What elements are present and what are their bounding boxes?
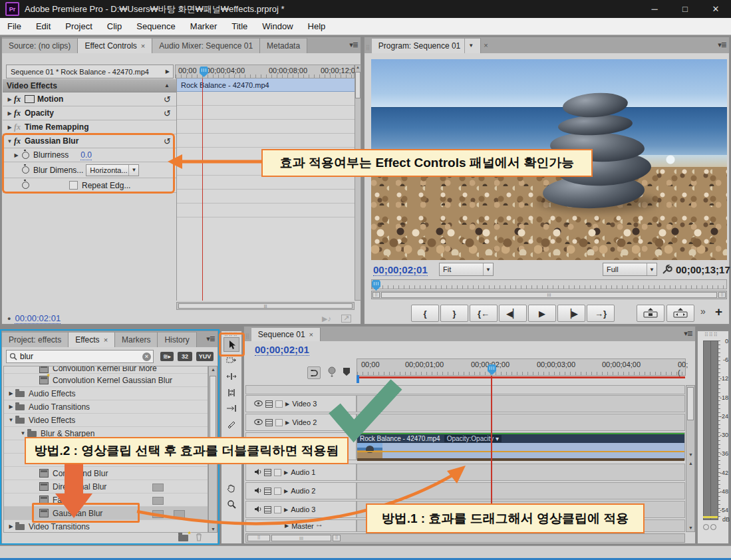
snap-toggle-icon[interactable] [307,366,321,379]
disclosure-triangle-icon[interactable]: ▶ [5,96,14,102]
effect-row[interactable]: ▶ fx Time Remapping [3,120,176,134]
disclosure-triangle-icon[interactable]: ▼ [7,417,15,423]
clip-effect-badge[interactable]: Opacity:Opacity ▾ [444,435,502,442]
ec-vertical-scrollbar[interactable]: ▲ [355,65,361,301]
expand-track-icon[interactable]: ▶ [284,470,288,476]
transport-button[interactable]: {← [470,305,498,322]
quality-dropdown[interactable]: Full ▼ [603,263,657,276]
set-display-style-icon[interactable] [264,488,271,495]
accelerated-effects-filter-icon[interactable]: ≋▸ [160,352,174,361]
video-track-content[interactable] [357,414,685,431]
sequence-tab[interactable]: Sequence 01 × [251,327,321,341]
expand-track-icon[interactable]: ▶ [284,507,288,513]
speaker-icon[interactable] [254,505,261,514]
title-bar[interactable]: Pr Adobe Premiere Pro - D:₩Users₩바탕 화면₩패… [0,0,731,18]
panel-tab[interactable]: Markers [115,332,158,347]
fx-badge-icon[interactable]: fx [14,136,25,146]
set-display-style-icon[interactable] [265,400,273,408]
export-frame-icon[interactable]: ↗ [341,315,351,323]
panel-tab[interactable]: Audio Mixer: Sequence 01 [152,38,260,53]
unnumbered-marker-icon[interactable] [343,368,350,376]
ec-clip-title[interactable]: Sequence 01 * Rock Balance - 42470.mp4 ▶ [6,65,174,78]
effect-tree-row[interactable]: ▶ Audio Effects [4,387,208,400]
opacity-rubber-band[interactable] [357,451,684,452]
menu-item[interactable]: Sequence [129,21,183,31]
track-lock-toggle[interactable] [275,400,283,408]
expand-track-icon[interactable]: ▶ [285,523,289,529]
timeline-ruler[interactable]: 00;00 00;00;01;00 00;00;02;00 00;00;03;0… [357,358,686,376]
search-value[interactable]: blur [20,352,142,361]
show-keyframes-icon[interactable]: ▶ [162,69,173,74]
more-buttons-icon[interactable]: » [700,306,706,317]
menu-item[interactable]: Marker [183,21,224,31]
disclosure-triangle-icon[interactable]: ▶ [7,390,15,396]
program-current-timecode[interactable]: 00;00;02;01 [373,264,428,276]
minimize-button[interactable]: ─ [639,0,670,18]
clear-search-icon[interactable]: × [142,352,151,361]
expand-track-icon[interactable]: ▶ [285,420,289,426]
ec-time-ruler[interactable]: 00;00 00;00;04;00 00;00;08;00 00;00;12;0 [175,65,355,78]
set-display-style-icon[interactable] [264,506,271,513]
collapse-section-icon[interactable]: ▲ [164,82,170,88]
timeline-current-timecode[interactable]: 00;00;02;01 [255,344,309,356]
menu-item[interactable]: Help [301,21,333,31]
menu-item[interactable]: Project [58,21,99,31]
set-display-style-icon[interactable] [264,469,271,476]
play-audio-icon[interactable]: ▶♪ [322,315,331,323]
chevron-down-icon[interactable]: ▼ [464,39,474,53]
timeline-vertical-scrollbar[interactable]: ▼ ▲ ▼ [686,385,695,532]
audio-track-content[interactable] [357,482,685,499]
disclosure-triangle-icon[interactable]: ▶ [7,404,15,410]
audio-track-content[interactable] [357,464,685,481]
new-custom-bin-icon[interactable]: * [178,535,188,541]
panel-tab[interactable]: Metadata [260,38,307,53]
add-button-icon[interactable]: + [715,305,722,319]
audio-track-header[interactable]: ▶ Audio 3 [245,501,357,518]
yuv-filter-badge[interactable]: YUV [196,352,214,361]
ec-timeline-clip-bar[interactable]: Rock Balance - 42470.mp4 [177,78,355,92]
tab-close-icon[interactable]: × [104,333,108,347]
stopwatch-icon[interactable] [22,166,29,174]
expand-track-icon[interactable]: ▶ [284,488,288,494]
audio-track-header[interactable]: ▶ Audio 1 [245,464,357,481]
menu-item[interactable]: Window [255,21,300,31]
speaker-icon[interactable] [254,487,261,495]
panel-tab[interactable]: Effect Controls × [78,38,152,53]
effect-row[interactable]: ▶ fx Motion ↺ [3,92,176,106]
repeat-edge-checkbox[interactable] [69,181,78,190]
video-effects-header[interactable]: Video Effects ▲ [3,79,176,92]
toggle-track-output-eye-icon[interactable] [254,418,263,426]
program-tab[interactable]: Program: Sequence 01 ▼ [372,38,481,53]
stopwatch-icon[interactable] [22,152,29,159]
settings-wrench-icon[interactable] [661,263,673,278]
keyframe-nav-icon[interactable]: ⊶ [317,523,322,529]
panel-tab[interactable]: Effects × [69,332,115,347]
master-track-header[interactable]: ▶ Master ⊶ [245,519,357,532]
disclosure-triangle-icon[interactable]: ▶ [5,110,14,116]
tab-close-icon[interactable]: × [141,39,145,53]
effect-tree-row[interactable]: Compound Blur [4,467,208,480]
panel-tab[interactable]: Source: (no clips) [2,38,78,53]
effect-tree-row[interactable]: ▶ Video Transitions [4,520,208,533]
effect-tree-row[interactable]: Convolution Kernel Gaussian Blur [4,374,208,387]
fit-dropdown[interactable]: Fit ▼ [439,263,494,276]
expand-track-icon[interactable]: ▶ [285,401,289,407]
menu-item[interactable]: Edit [29,21,58,31]
panel-tab[interactable]: Project: effects [2,332,69,347]
lift-button[interactable] [637,305,664,322]
panel-tab[interactable]: History [158,332,196,347]
program-scrub-bar[interactable] [371,279,727,289]
panel-menu-icon[interactable]: ▾≣ [349,41,358,49]
transport-button[interactable]: ▶ [528,305,556,322]
audio-track-header[interactable]: ▶ Audio 2 [245,482,357,499]
ec-timeline-area[interactable]: Rock Balance - 42470.mp4 [176,78,355,301]
transport-button[interactable]: ▕▶ [557,305,585,322]
ripple-edit-tool[interactable] [223,369,239,384]
reset-effect-icon[interactable]: ↺ [164,94,171,104]
track-lock-toggle[interactable] [275,419,283,426]
extract-button[interactable] [666,305,694,322]
effect-tree-row[interactable]: Directional Blur [4,480,208,493]
stopwatch-icon[interactable] [22,182,29,189]
menu-item[interactable]: Clip [100,21,129,31]
menu-item[interactable]: File [0,21,29,31]
